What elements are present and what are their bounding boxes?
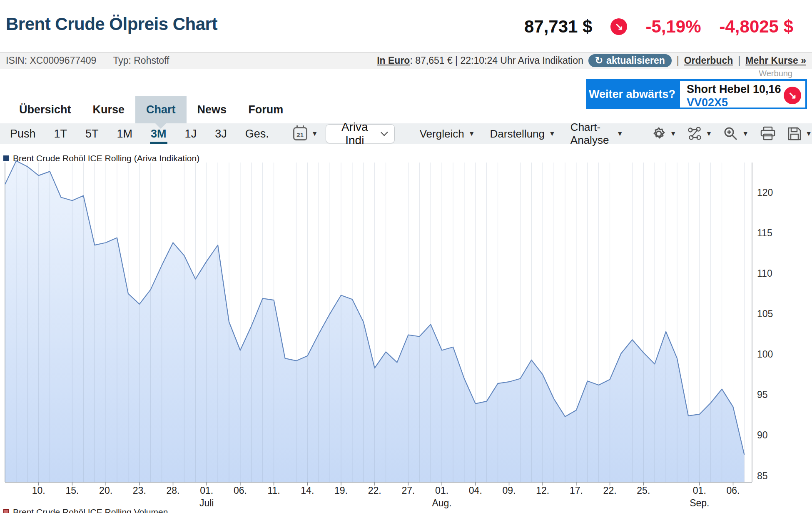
page-title: Brent Crude Ölpreis Chart (6, 14, 217, 34)
ad-product-box: Short Hebel 10,16 VV02X5 ↘ (680, 81, 805, 108)
svg-text:01.: 01. (435, 485, 448, 496)
volume-color-swatch (3, 509, 9, 513)
darstellung-menu[interactable]: Darstellung ▼ (490, 121, 555, 147)
page: Brent Crude Ölpreis Chart 87,731 $ ↘ -5,… (0, 0, 812, 513)
save-icon (787, 126, 802, 141)
svg-text:20.: 20. (99, 485, 112, 496)
header: Brent Crude Ölpreis Chart 87,731 $ ↘ -5,… (0, 0, 812, 52)
volume-legend: Brent Crude Rohöl ICE Rolling Volumen (3, 507, 168, 513)
volume-series-label: Brent Crude Rohöl ICE Rolling Volumen (13, 507, 168, 513)
chevron-down-icon (381, 128, 388, 135)
price-chart[interactable]: 12011511010510095908510.15.20.23.28.01.J… (0, 150, 812, 513)
svg-text:06.: 06. (727, 485, 740, 496)
chart-analyse-menu[interactable]: Chart-Analyse ▼ (570, 121, 623, 147)
svg-text:19.: 19. (334, 485, 348, 496)
quote-block: 87,731 $ ↘ -5,19% -4,8025 $ (524, 17, 793, 37)
mehr-kurse-link[interactable]: Mehr Kurse » (745, 55, 806, 66)
refresh-button[interactable]: ↻ aktualisieren (588, 54, 672, 67)
calendar-icon: 21 (293, 127, 307, 140)
chevron-down-icon: ▼ (742, 130, 749, 138)
separator: | (677, 55, 679, 66)
in-euro-text: In Euro: 87,651 € | 22:10:24 Uhr Ariva I… (377, 55, 583, 66)
range-1m[interactable]: 1M (117, 123, 133, 144)
svg-text:22.: 22. (603, 485, 617, 496)
svg-text:85: 85 (757, 470, 768, 481)
svg-text:28.: 28. (167, 485, 180, 496)
main-nav: Übersicht Kurse Chart News Forum (0, 96, 294, 123)
svg-text:06.: 06. (234, 485, 247, 496)
separator: | (738, 55, 740, 66)
tab-chart[interactable]: Chart (135, 96, 187, 123)
quote-meta: In Euro: 87,651 € | 22:10:24 Uhr Ariva I… (377, 54, 806, 67)
tab-forum[interactable]: Forum (237, 96, 294, 123)
svg-text:15.: 15. (65, 485, 79, 496)
tab-news[interactable]: News (187, 96, 238, 123)
change-percent: -5,19% (645, 17, 701, 37)
chevron-down-icon: ▼ (670, 130, 677, 138)
svg-text:10.: 10. (32, 485, 45, 496)
svg-text:115: 115 (757, 228, 772, 238)
instrument-meta: ISIN: XC0009677409 Typ: Rohstoff (6, 55, 169, 66)
svg-text:22.: 22. (368, 485, 381, 496)
meta-bar: ISIN: XC0009677409 Typ: Rohstoff In Euro… (0, 52, 812, 69)
svg-text:27.: 27. (401, 485, 415, 496)
range-ges[interactable]: Ges. (245, 123, 269, 144)
tab-kurse[interactable]: Kurse (82, 96, 136, 123)
trend-down-icon: ↘ (610, 18, 627, 35)
chevron-down-icon: ▼ (311, 130, 318, 138)
svg-text:Aug.: Aug. (432, 498, 451, 508)
ad-trend-down-icon: ↘ (784, 87, 801, 104)
toolbar-menus: Vergleich ▼ Darstellung ▼ Chart-Analyse … (420, 121, 638, 147)
gear-icon (651, 126, 667, 142)
print-button[interactable] (760, 126, 776, 141)
svg-text:110: 110 (757, 268, 772, 279)
save-button[interactable]: ▼ (787, 126, 812, 141)
svg-text:120: 120 (757, 187, 773, 198)
range-push[interactable]: Push (10, 123, 36, 144)
svg-text:25.: 25. (637, 485, 650, 496)
svg-text:14.: 14. (301, 485, 314, 496)
indicators-icon (687, 126, 702, 141)
svg-text:100: 100 (757, 349, 773, 360)
svg-text:Sep.: Sep. (690, 498, 709, 508)
svg-text:17.: 17. (570, 485, 583, 496)
vergleich-menu[interactable]: Vergleich ▼ (420, 121, 475, 147)
chevron-down-icon: ▼ (705, 130, 712, 138)
chevron-down-icon: ▼ (549, 130, 555, 138)
zoom-button[interactable]: ▼ (723, 126, 749, 142)
date-range-picker[interactable]: 21 ▼ (293, 127, 318, 140)
svg-text:01.: 01. (693, 485, 706, 496)
chevron-down-icon: ▼ (805, 130, 812, 138)
orderbuch-link[interactable]: Orderbuch (684, 55, 733, 66)
isin-label: ISIN: XC0009677409 (6, 55, 96, 66)
svg-text:105: 105 (757, 308, 773, 319)
ad-banner[interactable]: Weiter abwärts? Short Hebel 10,16 VV02X5… (586, 79, 807, 109)
range-1t[interactable]: 1T (54, 123, 67, 144)
last-price: 87,731 $ (524, 17, 593, 37)
ad-question: Weiter abwärts? (586, 79, 678, 109)
chevron-down-icon: ▼ (468, 130, 475, 138)
svg-text:Juli: Juli (199, 498, 214, 508)
refresh-icon: ↻ (595, 55, 603, 66)
svg-text:12.: 12. (536, 485, 549, 496)
svg-text:90: 90 (757, 430, 768, 440)
werbung-label: Werbung (759, 69, 792, 78)
zoom-in-icon (723, 126, 739, 142)
range-3j[interactable]: 3J (215, 123, 227, 144)
indicators-button[interactable]: ▼ (687, 126, 712, 141)
toolbar-icons: ▼ ▼ ▼ (651, 126, 812, 142)
svg-text:09.: 09. (503, 485, 516, 496)
in-euro-link[interactable]: In Euro (377, 55, 410, 66)
svg-text:01.: 01. (200, 485, 213, 496)
svg-text:04.: 04. (469, 485, 482, 496)
settings-button[interactable]: ▼ (651, 126, 677, 142)
tab-uebersicht[interactable]: Übersicht (8, 96, 82, 123)
range-5t[interactable]: 5T (85, 123, 99, 144)
chevron-down-icon: ▼ (617, 130, 623, 138)
source-select[interactable]: Ariva Indi (326, 124, 395, 143)
change-absolute: -4,8025 $ (720, 17, 793, 37)
svg-text:11.: 11. (267, 485, 280, 496)
svg-text:23.: 23. (133, 485, 146, 496)
printer-icon (760, 126, 776, 141)
range-1j[interactable]: 1J (185, 123, 197, 144)
